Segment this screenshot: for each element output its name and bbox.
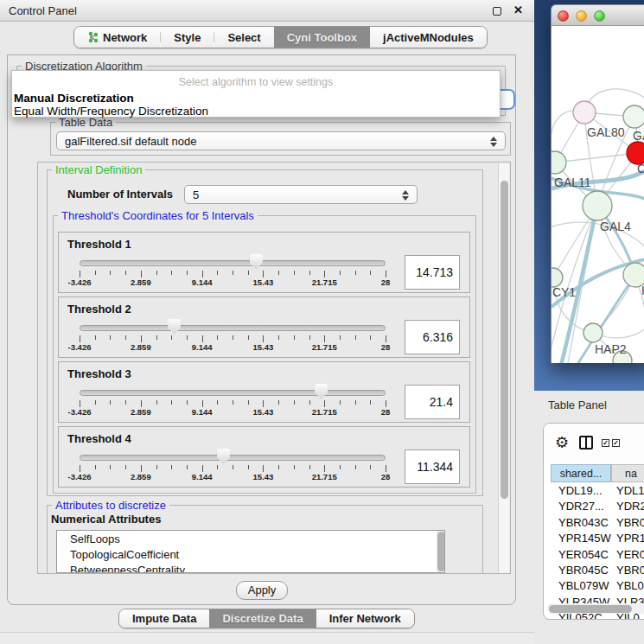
slider-tick: [278, 271, 279, 275]
close-icon[interactable]: ✕: [513, 3, 523, 16]
slider-tick: [141, 400, 142, 407]
slider-tick-label: 9.144: [192, 342, 213, 352]
checkbox-icon[interactable]: ✓: [612, 439, 620, 447]
slider-tick-label: 15.43: [253, 277, 274, 287]
threshold-slider-thumb[interactable]: [168, 319, 181, 335]
threshold-slider-track[interactable]: [80, 325, 386, 331]
settings-scrollbar-thumb[interactable]: [501, 181, 508, 499]
network-node-label: HAP2: [595, 342, 627, 356]
settings-scrollbar[interactable]: [498, 163, 509, 573]
network-node[interactable]: [583, 323, 603, 342]
slider-tick-label: 21.715: [312, 342, 337, 352]
number-of-intervals-select[interactable]: 5: [184, 185, 418, 204]
attribute-list-item[interactable]: SelfLoops: [57, 531, 444, 546]
slider-tick: [95, 271, 96, 275]
attributes-scrollbar[interactable]: [437, 531, 445, 572]
tab-label: Style: [174, 31, 201, 44]
slider-tick: [217, 335, 218, 340]
network-edge[interactable]: [555, 153, 638, 163]
network-node[interactable]: [623, 105, 644, 128]
number-of-intervals-label: Number of Intervals: [67, 188, 173, 201]
threshold-slider-thumb[interactable]: [217, 449, 230, 464]
tab-label: jActiveMNodules: [383, 31, 474, 44]
threshold-value-field[interactable]: 14.713: [405, 255, 460, 290]
zoom-traffic-light-icon[interactable]: [594, 10, 605, 22]
slider-tick-label: 15.43: [253, 472, 274, 481]
threshold-slider-track[interactable]: [80, 390, 386, 396]
threshold-box: Threshold 4-3.4262.8599.14415.4321.71528…: [58, 426, 470, 488]
threshold-slider-thumb[interactable]: [250, 254, 263, 270]
tab-jactivemnodules[interactable]: jActiveMNodules: [370, 27, 487, 48]
table-data-select[interactable]: galFiltered.sif default node: [56, 131, 506, 150]
algorithm-option-equal-width[interactable]: Equal Width/Frequency Discretization: [14, 105, 208, 118]
algorithm-option-manual[interactable]: Manual Discretization: [14, 92, 134, 105]
network-view-window: GAL80GACGAL11GAL4GCY1HHAP2: [551, 4, 644, 363]
numerical-attributes-list[interactable]: SelfLoopsTopologicalCoefficientBetweenne…: [56, 530, 445, 573]
network-node-label: C: [637, 162, 644, 175]
table-data-value: galFiltered.sif default node: [65, 135, 196, 148]
attribute-list-item[interactable]: BetweennessCentrality: [57, 562, 444, 573]
slider-tick-label: -3.426: [68, 407, 92, 417]
table-scrollbar-thumb[interactable]: [549, 605, 632, 613]
table-cell: YBL0: [611, 578, 644, 594]
slider-tick: [278, 465, 279, 469]
apply-row: Apply: [8, 575, 515, 605]
threshold-value-field[interactable]: 11.344: [405, 450, 460, 484]
table-cell: YBL079W: [551, 578, 611, 594]
slider-tick: [309, 465, 310, 469]
float-window-icon[interactable]: [493, 7, 501, 16]
table-row[interactable]: YER054CYER0: [551, 547, 644, 563]
slider-tick: [171, 271, 172, 275]
thresholds-group: Threshold's Coordinates for 5 Intervals …: [53, 215, 476, 494]
network-node[interactable]: [552, 268, 563, 287]
threshold-value-field[interactable]: 6.316: [405, 320, 460, 354]
tab-network[interactable]: Network: [74, 27, 160, 48]
network-node[interactable]: [583, 191, 612, 220]
tab-infer-network[interactable]: Infer Network: [316, 609, 414, 628]
network-node-label: GCY1: [552, 285, 576, 299]
table-column-header[interactable]: shared...: [551, 464, 611, 482]
thresholds-title: Threshold's Coordinates for 5 Intervals: [58, 209, 258, 222]
slider-tick: [386, 335, 386, 342]
network-node-label: GA: [633, 129, 644, 143]
table-column-header[interactable]: na: [611, 464, 644, 482]
table-row[interactable]: YBR045CYBR0: [551, 563, 644, 578]
checkbox-icon[interactable]: ✓: [602, 439, 609, 447]
threshold-slider-track[interactable]: [80, 260, 386, 266]
slider-tick: [187, 465, 188, 469]
tab-style[interactable]: Style: [161, 27, 214, 48]
network-node[interactable]: [573, 101, 596, 124]
slider-tick: [141, 335, 142, 342]
tab-select[interactable]: Select: [214, 27, 273, 48]
threshold-slider-thumb[interactable]: [315, 384, 328, 399]
table-row[interactable]: YDR27...YDR2: [551, 499, 644, 514]
table-row[interactable]: YDL19...YDL1: [551, 483, 644, 499]
network-node[interactable]: [552, 151, 566, 174]
apply-button[interactable]: Apply: [236, 581, 288, 600]
slider-tick: [340, 465, 341, 469]
slider-tick: [125, 400, 126, 405]
slider-tick: [386, 271, 386, 277]
table-horizontal-scrollbar[interactable]: [547, 603, 644, 614]
threshold-slider-track[interactable]: [80, 455, 386, 461]
network-canvas[interactable]: GAL80GACGAL11GAL4GCY1HHAP2: [551, 26, 644, 363]
table-row[interactable]: YBL079WYBL0: [551, 578, 644, 594]
slider-tick-label: 21.715: [312, 277, 337, 287]
attribute-list-item[interactable]: TopologicalCoefficient: [57, 546, 444, 562]
threshold-value-field[interactable]: 21.4: [405, 385, 460, 419]
table-row[interactable]: YPR145WYPR1: [551, 531, 644, 546]
table-cell: YPR145W: [551, 531, 611, 546]
slider-tick: [340, 400, 341, 405]
table-row[interactable]: YBR043CYBR0: [551, 515, 644, 531]
tab-impute-data[interactable]: Impute Data: [119, 609, 209, 628]
minimize-traffic-light-icon[interactable]: [576, 10, 587, 22]
table-header-row: shared...na: [551, 464, 644, 482]
close-traffic-light-icon[interactable]: [558, 10, 569, 22]
slider-tick-label: 2.859: [131, 407, 151, 417]
column-browser-icon[interactable]: [579, 436, 593, 450]
gear-icon[interactable]: ⚙: [555, 434, 569, 451]
slider-tick: [233, 335, 233, 340]
tab-discretize-data[interactable]: Discretize Data: [209, 609, 316, 628]
tab-cyni-toolbox[interactable]: Cyni Toolbox: [274, 27, 370, 48]
slider-tick: [202, 400, 203, 407]
